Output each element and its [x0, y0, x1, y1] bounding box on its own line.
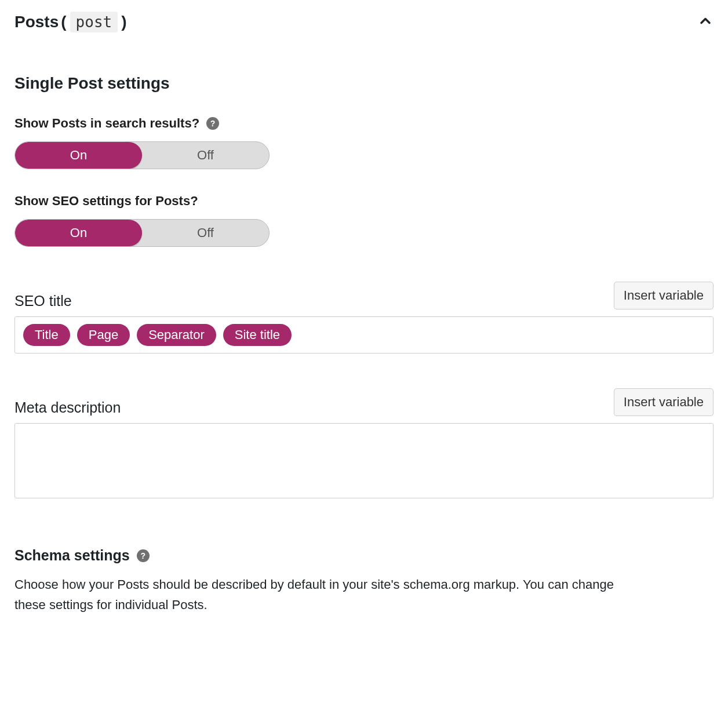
seo-title-group: SEO title Insert variable Title Page Sep…: [14, 282, 714, 354]
toggle-on[interactable]: On: [15, 220, 142, 246]
post-type-code: post: [70, 12, 118, 32]
show-in-search-toggle[interactable]: On Off: [14, 141, 270, 169]
schema-heading: Schema settings ?: [14, 547, 714, 564]
single-post-heading: Single Post settings: [14, 74, 714, 93]
section-header: Posts ( post ): [14, 12, 714, 32]
paren-close: ): [121, 13, 126, 31]
meta-description-row: Meta description Insert variable: [14, 388, 714, 416]
paren-open: (: [61, 13, 66, 31]
meta-description-label: Meta description: [14, 399, 121, 416]
toggle-off[interactable]: Off: [142, 220, 269, 246]
show-in-search-setting: Show Posts in search results? ? On Off: [14, 116, 714, 169]
show-seo-settings-label: Show SEO settings for Posts?: [14, 194, 198, 209]
setting-label: Show SEO settings for Posts?: [14, 194, 714, 209]
title-prefix: Posts: [14, 13, 59, 31]
help-icon[interactable]: ?: [206, 117, 219, 130]
chevron-up-icon: [697, 21, 714, 31]
show-seo-settings-toggle[interactable]: On Off: [14, 219, 270, 247]
seo-title-label: SEO title: [14, 293, 72, 309]
variable-pill-title[interactable]: Title: [23, 324, 70, 346]
variable-pill-page[interactable]: Page: [77, 324, 130, 346]
meta-description-input[interactable]: [14, 423, 714, 498]
schema-section: Schema settings ? Choose how your Posts …: [14, 547, 714, 615]
schema-description: Choose how your Posts should be describe…: [14, 574, 623, 615]
seo-title-row: SEO title Insert variable: [14, 282, 714, 309]
insert-variable-button[interactable]: Insert variable: [614, 282, 714, 309]
meta-description-group: Meta description Insert variable: [14, 388, 714, 498]
setting-label: Show Posts in search results? ?: [14, 116, 714, 131]
section-title: Posts ( post ): [14, 12, 127, 32]
variable-pill-separator[interactable]: Separator: [137, 324, 216, 346]
help-icon[interactable]: ?: [137, 549, 150, 562]
show-seo-settings-setting: Show SEO settings for Posts? On Off: [14, 194, 714, 247]
variable-pill-site-title[interactable]: Site title: [223, 324, 292, 346]
schema-heading-text: Schema settings: [14, 547, 130, 564]
toggle-on[interactable]: On: [15, 142, 142, 169]
toggle-off[interactable]: Off: [142, 142, 269, 169]
seo-title-input[interactable]: Title Page Separator Site title: [14, 316, 714, 354]
show-in-search-label: Show Posts in search results?: [14, 116, 199, 131]
collapse-toggle[interactable]: [697, 13, 714, 31]
insert-variable-button[interactable]: Insert variable: [614, 388, 714, 416]
